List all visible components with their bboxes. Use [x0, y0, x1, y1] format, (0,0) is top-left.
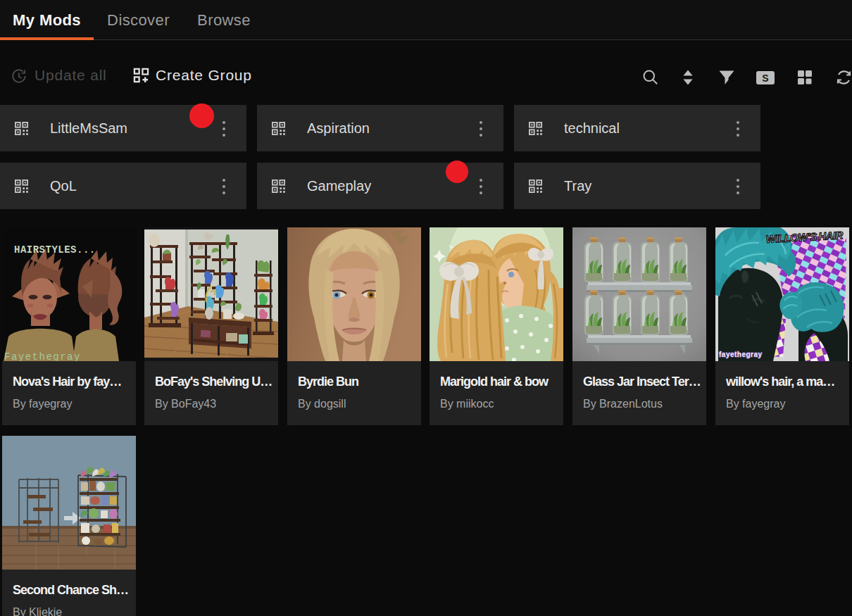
svg-text:HAIRSTYLES...: HAIRSTYLES...	[14, 244, 96, 256]
svg-text:Fayethegray: Fayethegray	[4, 351, 81, 361]
svg-text:S: S	[762, 73, 768, 84]
svg-text:fayethegray: fayethegray	[719, 351, 763, 358]
